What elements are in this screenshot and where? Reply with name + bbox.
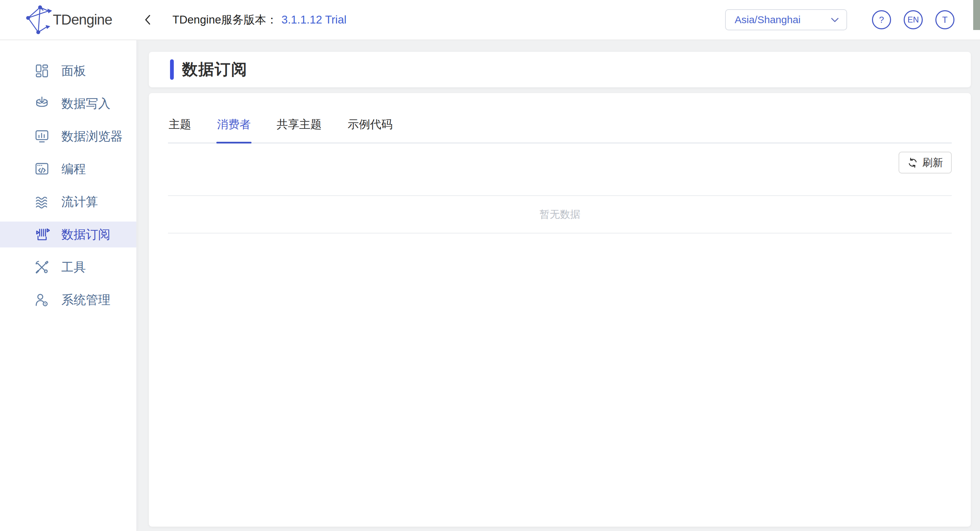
tab-consumers[interactable]: 消费者 [216, 117, 251, 142]
topbar: TDengine TDengine服务版本： 3.1.1.12 Trial As… [0, 0, 980, 40]
content-card: 主题 消费者 共享主题 示例代码 刷新 [149, 93, 971, 527]
user-avatar-label: T [942, 15, 948, 25]
tab-topics[interactable]: 主题 [168, 117, 192, 142]
topbar-actions: Asia/Shanghai ? EN T [725, 9, 955, 30]
logo: TDengine [0, 4, 137, 35]
language-button-label: EN [907, 15, 919, 24]
tab-shared-topics[interactable]: 共享主题 [276, 117, 322, 142]
sidebar: 面板 数据写入 数据浏览器 编程 流计算 数据订阅 工具 系统管 [0, 40, 137, 531]
sidebar-item-data-ingest[interactable]: 数据写入 [0, 91, 136, 116]
service-version: TDengine服务版本： 3.1.1.12 Trial [172, 12, 347, 28]
timezone-select[interactable]: Asia/Shanghai [725, 9, 847, 30]
table-column-header [560, 182, 658, 195]
chevron-left-icon [143, 13, 153, 26]
sidebar-item-data-explorer[interactable]: 数据浏览器 [0, 123, 136, 149]
refresh-icon [907, 158, 918, 168]
main-content: 数据订阅 主题 消费者 共享主题 示例代码 [137, 40, 980, 531]
page-title-card: 数据订阅 [149, 51, 971, 88]
sidebar-collapse-button[interactable] [137, 9, 159, 31]
help-button[interactable]: ? [872, 10, 891, 29]
tab-label: 主题 [169, 118, 191, 131]
page-title: 数据订阅 [182, 59, 247, 80]
sidebar-item-system-admin[interactable]: 系统管理 [0, 287, 136, 313]
timezone-selected-value: Asia/Shanghai [735, 14, 800, 26]
sidebar-item-label: 系统管理 [61, 292, 110, 308]
table-column-header [756, 182, 854, 195]
table-column-header [364, 182, 462, 195]
table-header-row [168, 182, 952, 196]
refresh-button-label: 刷新 [923, 156, 943, 170]
table-column-header [658, 182, 756, 195]
title-accent-bar [170, 59, 174, 80]
data-explorer-icon [34, 129, 50, 144]
service-version-value: 3.1.1.12 Trial [282, 13, 347, 26]
programming-icon [34, 161, 50, 177]
sidebar-item-subscription[interactable]: 数据订阅 [0, 222, 136, 247]
user-avatar-button[interactable]: T [935, 10, 955, 29]
tdengine-logo-icon [25, 4, 56, 35]
sidebar-item-label: 面板 [61, 63, 86, 80]
consumers-table: 暂无数据 [168, 182, 952, 233]
tab-label: 共享主题 [277, 118, 322, 131]
language-button[interactable]: EN [904, 10, 923, 29]
tab-label: 示例代码 [348, 118, 393, 131]
sidebar-item-label: 数据浏览器 [61, 128, 123, 145]
table-column-header [462, 182, 560, 195]
empty-state-text: 暂无数据 [539, 207, 580, 222]
data-ingest-icon [34, 96, 50, 112]
stream-icon [34, 194, 50, 210]
sidebar-item-stream[interactable]: 流计算 [0, 189, 136, 215]
system-admin-icon [34, 292, 50, 308]
table-empty-state: 暂无数据 [168, 196, 952, 233]
dashboard-icon [34, 63, 50, 79]
refresh-button[interactable]: 刷新 [899, 151, 952, 174]
sidebar-item-label: 数据写入 [61, 96, 110, 112]
service-version-label: TDengine服务版本： [172, 12, 277, 28]
help-button-label: ? [879, 15, 884, 25]
tab-bar: 主题 消费者 共享主题 示例代码 [168, 117, 952, 144]
sidebar-item-tools[interactable]: 工具 [0, 254, 136, 280]
scrollbar-thumb[interactable] [973, 0, 980, 30]
sidebar-item-dashboard[interactable]: 面板 [0, 58, 136, 84]
sidebar-item-label: 工具 [61, 259, 86, 276]
sidebar-item-label: 流计算 [61, 194, 98, 210]
subscription-icon [34, 226, 50, 242]
table-toolbar: 刷新 [168, 151, 952, 174]
chevron-down-icon [830, 15, 840, 24]
sidebar-item-label: 数据订阅 [61, 226, 110, 243]
logo-text: TDengine [53, 11, 112, 28]
table-column-header [266, 182, 364, 195]
tools-icon [34, 259, 50, 275]
sidebar-item-label: 编程 [61, 161, 86, 177]
table-column-header [168, 182, 266, 195]
tab-label: 消费者 [217, 118, 251, 131]
tab-sample-code[interactable]: 示例代码 [347, 117, 393, 142]
table-column-header [854, 182, 952, 195]
sidebar-item-programming[interactable]: 编程 [0, 156, 136, 182]
